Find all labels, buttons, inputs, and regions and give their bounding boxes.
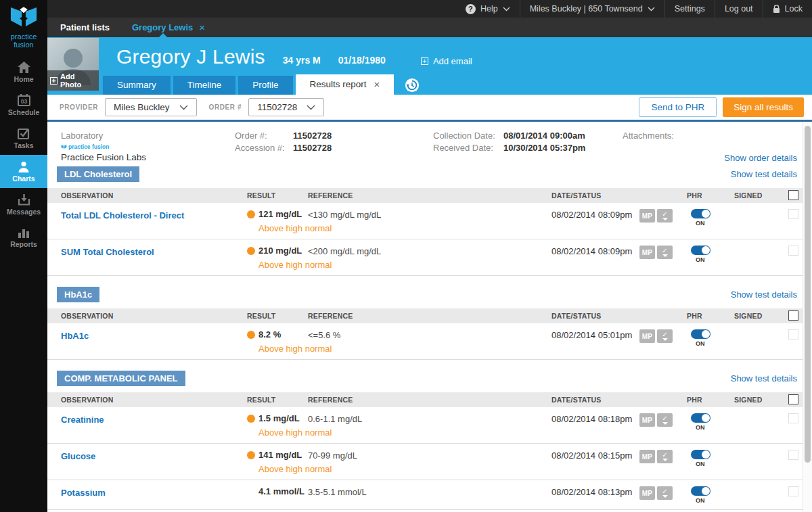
lab-info-block: Laboratory practice fusion Practice Fusi… [47,122,812,165]
send-to-phr-button[interactable]: Send to PHR [639,97,717,117]
mp-status-badge[interactable]: MP [639,209,655,223]
col-date-status: DATE/STATUS [551,312,639,320]
review-dropdown-badge[interactable]: ✓ [657,246,673,259]
patient-tabs-bar: Patient lists Gregory Lewis × [47,18,812,37]
select-all-checkbox[interactable] [788,310,798,321]
select-all-checkbox[interactable] [788,190,798,200]
result-row: Glucose 141 mg/dL Above high normal 70-9… [47,444,812,480]
show-order-details-link[interactable]: Show order details [724,153,797,163]
patient-tab-gregory-lewis[interactable]: Gregory Lewis × [122,18,215,37]
mp-status-badge[interactable]: MP [639,246,655,259]
row-select-checkbox[interactable] [788,413,798,423]
sidebar-item-home[interactable]: Home [0,55,47,89]
patient-lists-tab[interactable]: Patient lists [47,22,122,32]
patient-photo[interactable]: + Add Photo [47,38,99,91]
order-number-dropdown[interactable]: 11502728 [248,98,324,116]
help-label: Help [480,4,498,14]
toggle-knob [702,450,710,459]
mp-status-badge[interactable]: MP [639,329,655,343]
result-row: SUM Total Cholesterol 210 mg/dL Above hi… [47,239,812,276]
check-icon: ✓ [662,416,667,421]
abnormal-flag-text: Above high normal [258,427,332,438]
observation-link[interactable]: Potassium [61,488,106,498]
order-no-label: Order #: [235,131,293,141]
result-row: Potassium 4.1 mmol/L 3.5-5.1 mmol/L 08/0… [47,480,812,510]
settings-button[interactable]: Settings [664,0,715,18]
tab-timeline[interactable]: Timeline [173,76,236,95]
home-icon [18,62,30,73]
row-select-checkbox[interactable] [788,209,798,219]
show-test-details-link[interactable]: Show test details [731,373,797,383]
result-row: Total LDL Cholesterol - Direct 121 mg/dL… [47,203,812,239]
phr-toggle[interactable] [691,413,710,423]
history-button[interactable] [405,78,420,93]
select-all-checkbox[interactable] [788,394,798,404]
sidebar-item-charts[interactable]: Charts [0,155,47,188]
toggle-knob [702,246,710,254]
observation-link[interactable]: Glucose [61,451,95,461]
observation-link[interactable]: HbA1c [61,331,89,341]
row-select-checkbox[interactable] [788,486,798,496]
phr-toggle[interactable] [691,329,710,339]
sidebar-item-reports[interactable]: Reports [0,221,47,254]
provider-dropdown[interactable]: Miles Buckley [105,98,197,116]
calendar-icon: 03 [18,94,30,106]
phr-toggle[interactable] [691,486,710,496]
sign-all-results-button[interactable]: Sign all results [723,97,804,117]
mp-status-badge[interactable]: MP [639,486,655,500]
sidebar-item-schedule[interactable]: 03 Schedule [0,89,47,122]
add-email-button[interactable]: + Add email [415,53,478,69]
chevron-down-icon [179,105,188,110]
sidebar-item-tasks[interactable]: Tasks [0,122,47,155]
review-dropdown-badge[interactable]: ✓ [657,450,673,463]
order-number-label: ORDER # [209,103,242,111]
phr-toggle-state: ON [696,497,705,504]
review-dropdown-badge[interactable]: ✓ [657,329,673,343]
patient-dob: 01/18/1980 [338,55,386,66]
phr-toggle[interactable] [691,209,710,218]
lock-button[interactable]: Lock [763,0,812,18]
mp-status-badge[interactable]: MP [639,413,655,427]
show-test-details-link[interactable]: Show test details [731,289,797,300]
mp-status-badge[interactable]: MP [639,450,655,463]
patient-name-row: Gregory J Lewis 34 yrs M 01/18/1980 + Ad… [116,45,478,69]
scrollbar-track[interactable] [803,122,812,512]
tab-profile[interactable]: Profile [238,76,292,95]
logout-button[interactable]: Log out [715,0,763,18]
row-select-checkbox[interactable] [788,450,798,460]
received-date-label: Received Date: [433,143,503,153]
results-toolbar: PROVIDER Miles Buckley ORDER # 11502728 … [47,95,812,120]
row-select-checkbox[interactable] [788,329,798,340]
close-icon[interactable]: × [199,22,205,33]
phr-cell: ON [687,450,734,467]
phr-cell: ON [687,413,734,431]
tab-results-report[interactable]: Results report × [296,74,394,95]
settings-label: Settings [675,4,705,14]
phr-toggle[interactable] [691,246,710,255]
toggle-knob [702,210,710,218]
result-row: HbA1c 8.2 % Above high normal <=5.6 % 08… [47,323,812,360]
reference-value: 0.6-1.1 mg/dL [308,413,551,424]
practice-fusion-logo[interactable]: practice fusion [0,0,47,55]
review-dropdown-badge[interactable]: ✓ [657,413,673,427]
review-dropdown-badge[interactable]: ✓ [657,209,673,223]
observation-link[interactable]: Total LDL Cholesterol - Direct [61,210,184,220]
sidebar-item-messages[interactable]: Messages [0,188,47,221]
observation-link[interactable]: SUM Total Cholesterol [61,247,154,257]
close-icon[interactable]: × [374,78,380,90]
result-cell: 210 mg/dL Above high normal [247,246,308,270]
phr-toggle[interactable] [691,450,710,459]
laboratory-column: Laboratory practice fusion Practice Fusi… [61,131,235,165]
help-menu[interactable]: ? Help [456,0,520,18]
user-menu[interactable]: Miles Buckley | 650 Townsend [520,0,664,18]
row-select-checkbox[interactable] [788,246,798,256]
tab-summary[interactable]: Summary [103,76,171,95]
observation-link[interactable]: Creatinine [61,415,104,425]
review-dropdown-badge[interactable]: ✓ [657,486,673,500]
phr-cell: ON [687,246,734,263]
scrollbar-thumb[interactable] [805,126,811,463]
add-photo-button[interactable]: + Add Photo [47,70,99,91]
show-test-details-link[interactable]: Show test details [724,169,797,179]
abnormal-dot-icon [247,415,255,423]
result-cell: 8.2 % Above high normal [247,329,308,354]
